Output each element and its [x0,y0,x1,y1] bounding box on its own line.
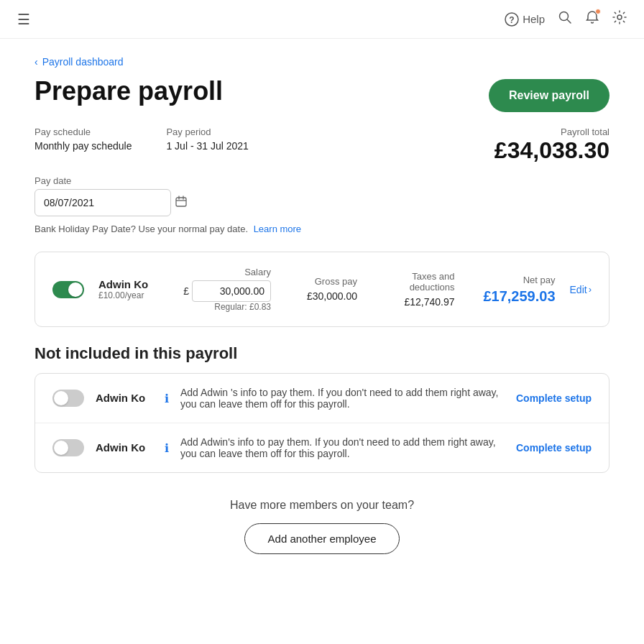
taxes-value: £12,740.97 [404,296,454,308]
breadcrumb-link[interactable]: Payroll dashboard [42,56,124,68]
salary-input[interactable] [192,280,271,302]
not-included-toggle-2[interactable] [52,439,84,456]
salary-label: Salary [185,267,271,277]
app-header: ☰ ? Help [0,0,644,39]
header-right: ? Help [505,10,627,28]
pay-date-block: Pay date [34,175,610,216]
help-icon: ? [505,12,519,27]
pay-period-block: Pay period 1 Jul - 31 Jul 2021 [166,126,248,152]
complete-setup-link-1[interactable]: Complete setup [516,392,592,404]
payroll-total-value: £34,038.30 [494,137,610,164]
not-included-message-1: Add Adwin 's info to pay them. If you do… [180,387,505,410]
pay-date-label: Pay date [34,175,610,186]
payroll-total-block: Payroll total £34,038.30 [494,126,610,164]
employee-row: Adwin Ko £10.00/year Salary £ Regular: £… [52,267,592,312]
edit-link[interactable]: Edit › [570,284,592,295]
pay-schedule-block: Pay schedule Monthly pay schedule [34,126,132,152]
settings-icon[interactable] [612,10,627,28]
review-payroll-button[interactable]: Review payroll [489,79,610,112]
help-button[interactable]: ? Help [505,12,545,27]
not-included-toggle-1[interactable] [52,390,84,407]
hamburger-icon[interactable]: ☰ [17,11,30,28]
net-pay-label: Net pay [469,275,556,285]
gross-pay-block: Gross pay £30,000.00 [285,276,357,303]
not-included-message-2: Add Adwin's info to pay them. If you don… [180,436,505,459]
not-included-title: Not included in this payroll [34,344,610,363]
notification-dot [595,9,601,14]
salary-regular: Regular: £0.83 [185,302,271,312]
employee-name: Adwin Ko [98,278,170,290]
payroll-total-label: Payroll total [494,126,610,137]
pay-date-input[interactable] [44,197,170,208]
pay-period-value: 1 Jul - 31 Jul 2021 [166,140,248,152]
main-content: ‹ Payroll dashboard Prepare payroll Revi… [0,39,644,597]
chevron-right-icon: › [589,284,592,295]
pay-schedule-value: Monthly pay schedule [34,140,132,152]
net-pay-block: Net pay £17,259.03 [469,275,556,305]
not-included-card: Adwin Ko ℹ Add Adwin 's info to pay them… [34,373,610,473]
add-employee-button[interactable]: Add another employee [244,523,400,554]
notification-icon[interactable] [585,10,599,28]
gross-pay-label: Gross pay [285,276,357,287]
info-icon-2: ℹ [165,441,169,455]
taxes-label: Taxes and deductions [372,271,455,293]
salary-block: Salary £ Regular: £0.83 [185,267,271,312]
info-icon-1: ℹ [165,392,169,405]
calendar-icon [175,196,187,210]
pay-schedule-label: Pay schedule [34,126,132,137]
employee-rate: £10.00/year [98,290,170,300]
gross-pay-value: £30,000.00 [307,290,357,302]
pay-period-label: Pay period [166,126,248,137]
svg-rect-5 [176,198,186,206]
taxes-block: Taxes and deductions £12,740.97 [372,271,455,308]
not-included-row-1: Adwin Ko ℹ Add Adwin 's info to pay them… [35,374,609,423]
help-label: Help [523,13,545,25]
employee-card: Adwin Ko £10.00/year Salary £ Regular: £… [34,252,610,327]
page-header: Prepare payroll Review payroll [34,76,610,112]
svg-point-2 [560,12,569,21]
learn-more-link[interactable]: Learn more [254,224,301,234]
salary-input-row: £ [185,280,271,302]
bank-holiday-note: Bank Holiday Pay Date? Use your normal p… [34,224,610,234]
team-question: Have more members on your team? [34,499,610,512]
currency-symbol: £ [183,285,189,297]
svg-text:?: ? [509,15,514,25]
net-pay-value: £17,259.03 [483,288,555,304]
not-included-name-1: Adwin Ko [96,392,153,405]
bottom-cta: Have more members on your team? Add anot… [34,499,610,580]
svg-line-3 [568,20,571,24]
pay-date-input-wrapper[interactable] [34,189,171,216]
employee-toggle-on[interactable] [52,281,84,298]
search-icon[interactable] [558,10,572,28]
svg-point-4 [617,15,622,19]
not-included-row-2: Adwin Ko ℹ Add Adwin's info to pay them.… [35,423,609,472]
page-title: Prepare payroll [34,76,223,106]
not-included-name-2: Adwin Ko [96,441,153,454]
breadcrumb: ‹ Payroll dashboard [34,56,610,68]
complete-setup-link-2[interactable]: Complete setup [516,442,592,454]
back-arrow: ‹ [34,56,38,68]
header-left: ☰ [17,11,30,28]
employee-name-block: Adwin Ko £10.00/year [98,278,170,300]
